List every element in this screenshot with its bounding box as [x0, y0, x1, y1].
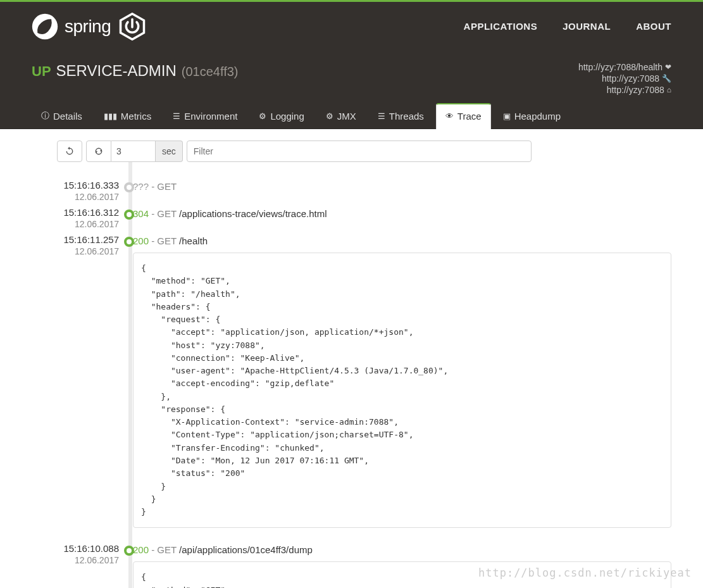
nav-applications[interactable]: APPLICATIONS [464, 21, 538, 32]
sync-icon [94, 147, 103, 156]
trace-time: 15:16:11.257 [56, 234, 119, 245]
watermark: http://blog.csdn.net/rickiyeat [478, 566, 692, 579]
home-icon: ⌂ [667, 85, 671, 94]
heartbeat-icon: ❤ [665, 63, 671, 72]
trace-entry: 15:16:11.25712.06.2017200 - GET /health{… [133, 235, 671, 528]
url-service[interactable]: http://yzy:7088 🔧 [578, 73, 671, 84]
trace-summary[interactable]: 200 - GET /api/applications/01ce4ff3/dum… [133, 544, 671, 555]
nav-links: APPLICATIONS JOURNAL ABOUT [464, 21, 671, 32]
trace-status: ??? [133, 181, 149, 192]
tab-threads[interactable]: ☰Threads [368, 103, 433, 129]
refresh-icon [65, 147, 74, 156]
trace-status: 304 [133, 208, 149, 219]
eye-icon: 👁 [445, 111, 454, 121]
tab-heapdump[interactable]: ▣Heapdump [494, 103, 570, 129]
content: sec 15:16:16.33312.06.2017??? - GET15:16… [0, 129, 703, 588]
time-col: 15:16:16.33312.06.2017 [56, 180, 119, 202]
tab-details[interactable]: ⓘDetails [32, 103, 92, 129]
trace-time: 15:16:16.312 [56, 207, 119, 218]
timeline-dot [124, 210, 134, 220]
time-col: 15:16:16.31212.06.2017 [56, 207, 119, 229]
service-id: (01ce4ff3) [182, 65, 239, 79]
trace-path: /applications-trace/views/trace.html [179, 208, 327, 219]
spring-leaf-icon [32, 13, 58, 40]
trace-method: - GET [149, 544, 177, 555]
tab-trace[interactable]: 👁Trace [436, 103, 491, 129]
controls: sec [57, 141, 671, 162]
trace-summary[interactable]: 200 - GET /health [133, 235, 671, 246]
spring-logo[interactable]: spring [32, 13, 111, 40]
trace-entry: 15:16:16.31212.06.2017304 - GET /applica… [133, 208, 671, 219]
trace-summary[interactable]: ??? - GET [133, 181, 671, 192]
power-button[interactable] [118, 13, 146, 41]
trace-entry: 15:16:16.33312.06.2017??? - GET [133, 181, 671, 192]
instance-header: UP SERVICE-ADMIN (01ce4ff3) http://yzy:7… [0, 51, 703, 103]
cogs-icon: ⚙ [326, 111, 333, 121]
trace-status: 200 [133, 235, 149, 246]
trace-time: 15:16:16.333 [56, 180, 119, 191]
trace-path: /api/applications/01ce4ff3/dump [179, 544, 313, 555]
instance-urls: http://yzy:7088/health ❤ http://yzy:7088… [578, 62, 671, 96]
info-icon: ⓘ [41, 110, 49, 122]
svg-point-1 [39, 30, 41, 32]
auto-refresh-button[interactable] [86, 141, 111, 162]
trace-detail: { "method": "GET", "path": "/health", "h… [133, 253, 671, 528]
trace-date: 12.06.2017 [56, 192, 119, 202]
tab-metrics[interactable]: ▮▮▮Metrics [94, 103, 161, 129]
tab-environment[interactable]: ☰Environment [163, 103, 247, 129]
filter-input[interactable] [187, 141, 532, 162]
trace-time: 15:16:10.088 [56, 543, 119, 554]
interval-input[interactable] [111, 141, 156, 162]
trace-method: - GET [149, 235, 177, 246]
trace-date: 12.06.2017 [56, 246, 119, 256]
tab-logging[interactable]: ⚙Logging [249, 103, 313, 129]
trace-date: 12.06.2017 [56, 219, 119, 229]
sliders-icon: ⚙ [259, 111, 266, 121]
sec-label: sec [156, 141, 183, 162]
trace-path: /health [179, 235, 208, 246]
list-icon: ☰ [173, 111, 180, 121]
trace-method: - GET [149, 208, 177, 219]
url-health[interactable]: http://yzy:7088/health ❤ [578, 62, 671, 72]
nav-journal[interactable]: JOURNAL [563, 21, 611, 32]
timeline-dot [124, 182, 134, 192]
bar-chart-icon: ▮▮▮ [104, 111, 117, 121]
wrench-icon: 🔧 [662, 74, 671, 83]
logo-section: spring [32, 13, 146, 41]
trace-date: 12.06.2017 [56, 555, 119, 565]
refresh-button[interactable] [57, 141, 82, 162]
service-line: UP SERVICE-ADMIN (01ce4ff3) [32, 62, 239, 80]
service-name: SERVICE-ADMIN [56, 62, 177, 80]
tab-bar: ⓘDetails ▮▮▮Metrics ☰Environment ⚙Loggin… [0, 103, 703, 129]
top-bar: spring APPLICATIONS JOURNAL ABOUT [0, 2, 703, 51]
trace-summary[interactable]: 304 - GET /applications-trace/views/trac… [133, 208, 671, 219]
trace-method: - GET [149, 181, 177, 192]
timeline-dot [124, 237, 134, 247]
time-col: 15:16:10.08812.06.2017 [56, 543, 119, 565]
cubes-icon: ▣ [503, 111, 511, 121]
tab-jmx[interactable]: ⚙JMX [316, 103, 366, 129]
nav-about[interactable]: ABOUT [636, 21, 671, 32]
power-icon [118, 13, 146, 41]
status-badge: UP [32, 63, 51, 80]
threads-icon: ☰ [378, 111, 385, 121]
trace-status: 200 [133, 544, 149, 555]
url-home[interactable]: http://yzy:7088 ⌂ [578, 85, 671, 95]
brand-text: spring [65, 16, 111, 37]
timeline: 15:16:16.33312.06.2017??? - GET15:16:16.… [57, 181, 671, 588]
time-col: 15:16:11.25712.06.2017 [56, 234, 119, 256]
